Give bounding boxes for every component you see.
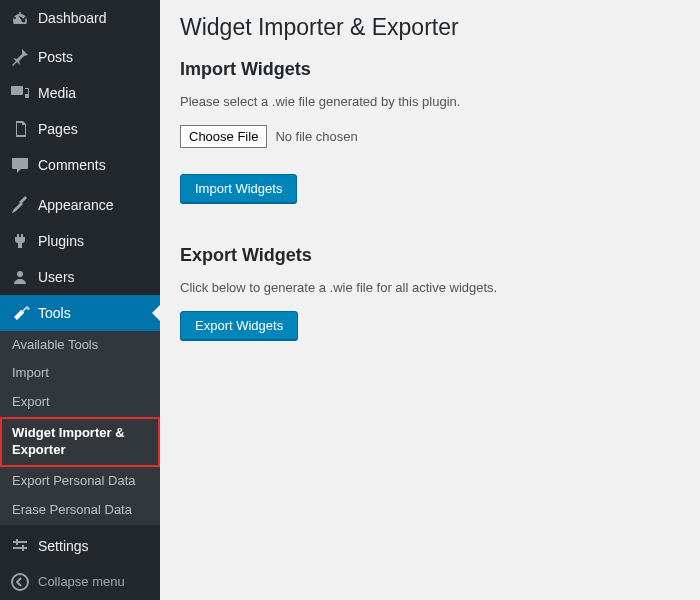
sidebar-item-label: Plugins bbox=[38, 233, 84, 249]
sidebar-item-label: Pages bbox=[38, 121, 78, 137]
choose-file-button[interactable]: Choose File bbox=[180, 125, 267, 148]
sidebar-item-tools[interactable]: Tools bbox=[0, 295, 160, 331]
import-widgets-button[interactable]: Import Widgets bbox=[180, 174, 297, 203]
collapse-icon bbox=[10, 572, 30, 592]
sidebar-item-media[interactable]: Media bbox=[0, 75, 160, 111]
sidebar-item-label: Media bbox=[38, 85, 76, 101]
file-status: No file chosen bbox=[275, 129, 357, 144]
svg-point-0 bbox=[12, 574, 28, 590]
sidebar-item-plugins[interactable]: Plugins bbox=[0, 223, 160, 259]
sidebar-item-label: Users bbox=[38, 269, 75, 285]
submenu-item-erase-personal-data[interactable]: Erase Personal Data bbox=[0, 496, 160, 525]
file-input-row: Choose File No file chosen bbox=[180, 125, 680, 148]
brush-icon bbox=[10, 195, 30, 215]
sidebar-item-dashboard[interactable]: Dashboard bbox=[0, 0, 160, 36]
plugin-icon bbox=[10, 231, 30, 251]
wrench-icon bbox=[10, 303, 30, 323]
collapse-label: Collapse menu bbox=[38, 574, 125, 589]
submenu-item-export-personal-data[interactable]: Export Personal Data bbox=[0, 467, 160, 496]
collapse-menu[interactable]: Collapse menu bbox=[0, 564, 160, 600]
submenu-item-available-tools[interactable]: Available Tools bbox=[0, 331, 160, 360]
sidebar-item-settings[interactable]: Settings bbox=[0, 528, 160, 564]
pin-icon bbox=[10, 47, 30, 67]
dashboard-icon bbox=[10, 8, 30, 28]
sidebar-item-users[interactable]: Users bbox=[0, 259, 160, 295]
sidebar-item-pages[interactable]: Pages bbox=[0, 111, 160, 147]
sidebar-item-label: Tools bbox=[38, 305, 71, 321]
sidebar-item-comments[interactable]: Comments bbox=[0, 147, 160, 183]
sidebar-item-label: Posts bbox=[38, 49, 73, 65]
user-icon bbox=[10, 267, 30, 287]
sidebar-item-posts[interactable]: Posts bbox=[0, 39, 160, 75]
admin-sidebar: Dashboard Posts Media Pages Comments App… bbox=[0, 0, 160, 600]
import-heading: Import Widgets bbox=[180, 59, 680, 80]
main-content: Widget Importer & Exporter Import Widget… bbox=[160, 0, 700, 600]
sidebar-item-label: Settings bbox=[38, 538, 89, 554]
export-widgets-button[interactable]: Export Widgets bbox=[180, 311, 298, 340]
page-title: Widget Importer & Exporter bbox=[180, 10, 680, 41]
sliders-icon bbox=[10, 536, 30, 556]
submenu-item-import[interactable]: Import bbox=[0, 359, 160, 388]
page-icon bbox=[10, 119, 30, 139]
sidebar-item-appearance[interactable]: Appearance bbox=[0, 187, 160, 223]
export-instruction: Click below to generate a .wie file for … bbox=[180, 280, 680, 295]
comment-icon bbox=[10, 155, 30, 175]
export-heading: Export Widgets bbox=[180, 245, 680, 266]
media-icon bbox=[10, 83, 30, 103]
sidebar-item-label: Dashboard bbox=[38, 10, 107, 26]
tools-submenu: Available Tools Import Export Widget Imp… bbox=[0, 331, 160, 525]
sidebar-item-label: Appearance bbox=[38, 197, 114, 213]
import-instruction: Please select a .wie file generated by t… bbox=[180, 94, 680, 109]
submenu-item-widget-importer-exporter[interactable]: Widget Importer & Exporter bbox=[0, 417, 160, 467]
submenu-item-export[interactable]: Export bbox=[0, 388, 160, 417]
sidebar-item-label: Comments bbox=[38, 157, 106, 173]
